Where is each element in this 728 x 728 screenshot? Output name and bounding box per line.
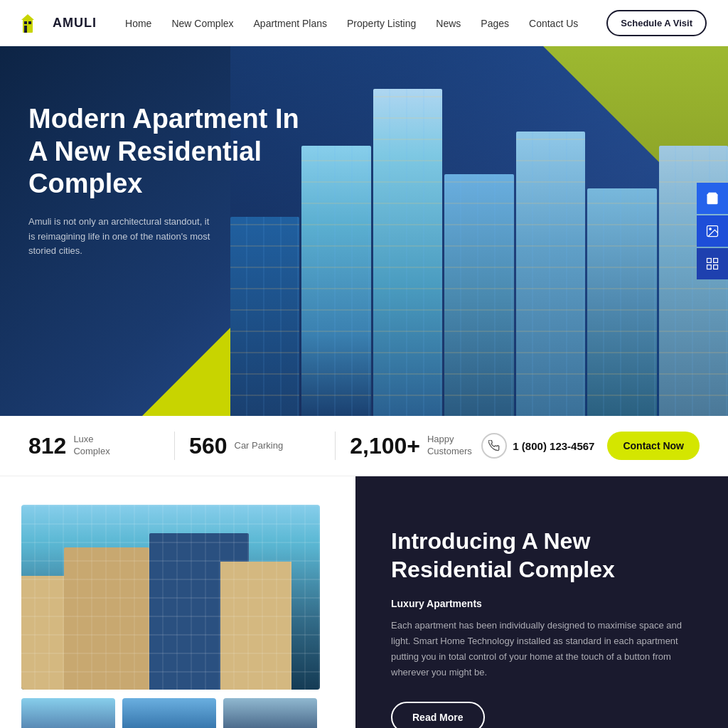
building-windows xyxy=(21,505,320,690)
lower-right: Introducing A New Residential Complex Lu… xyxy=(355,476,728,728)
stat-number-customers: 2,100+ xyxy=(350,433,420,459)
stats-bar: 812 Luxe Complex 560 Car Parking 2,100+ … xyxy=(0,416,728,476)
thumbnail-image-2[interactable] xyxy=(122,698,216,728)
side-layout-button[interactable] xyxy=(697,248,728,279)
nav-apartment-plans[interactable]: Apartment Plans xyxy=(254,18,328,29)
stat-number-luxe: 812 xyxy=(28,433,66,459)
stat-label-parking: Car Parking xyxy=(235,440,284,452)
svg-rect-1 xyxy=(24,21,27,24)
svg-rect-10 xyxy=(707,265,712,269)
hero-title: Modern Apartment In A New Residential Co… xyxy=(28,103,313,200)
building-4 xyxy=(444,174,513,416)
stat-label-luxe: Luxe Complex xyxy=(73,434,123,458)
svg-rect-2 xyxy=(28,21,31,24)
nav-links: Home New Complex Apartment Plans Propert… xyxy=(125,17,578,30)
stat-luxe-complex: 812 Luxe Complex xyxy=(28,433,160,459)
svg-rect-9 xyxy=(714,259,718,263)
thumbnail-image-1[interactable] xyxy=(21,698,115,728)
phone-icon xyxy=(481,433,507,459)
lower-left xyxy=(0,476,355,728)
building-6 xyxy=(587,188,656,416)
read-more-button[interactable]: Read More xyxy=(391,702,485,728)
phone-wrapper: 1 (800) 123-4567 xyxy=(481,433,594,459)
svg-rect-8 xyxy=(707,259,712,263)
svg-point-7 xyxy=(710,228,712,230)
hero-subtitle: Amuli is not only an architectural stand… xyxy=(28,215,213,259)
stat-number-parking: 560 xyxy=(189,433,227,459)
nav-property-listing[interactable]: Property Listing xyxy=(347,18,416,29)
logo[interactable]: AMULI xyxy=(21,13,97,34)
svg-rect-3 xyxy=(24,26,27,33)
building-5 xyxy=(516,132,585,416)
hero-section: Modern Apartment In A New Residential Co… xyxy=(0,46,728,416)
nav-pages[interactable]: Pages xyxy=(481,18,509,29)
nav-new-complex[interactable]: New Complex xyxy=(171,18,233,29)
side-cart-button[interactable] xyxy=(697,183,728,214)
svg-rect-11 xyxy=(714,265,718,269)
navbar: AMULI Home New Complex Apartment Plans P… xyxy=(0,0,728,46)
lower-section: Introducing A New Residential Complex Lu… xyxy=(0,476,728,728)
svg-marker-4 xyxy=(21,14,34,20)
nav-contact-us[interactable]: Contact Us xyxy=(529,18,578,29)
contact-now-button[interactable]: Contact Now xyxy=(607,432,700,460)
intro-description: Each apartment has been individually des… xyxy=(391,618,692,680)
stat-divider-2 xyxy=(335,432,336,460)
stat-label-customers: Happy Customers xyxy=(427,434,477,458)
schedule-visit-button[interactable]: Schedule A Visit xyxy=(606,10,707,36)
stat-car-parking: 560 Car Parking xyxy=(189,433,321,459)
stat-divider-1 xyxy=(174,432,175,460)
phone-number: 1 (800) 123-4567 xyxy=(513,440,594,452)
hero-content: Modern Apartment In A New Residential Co… xyxy=(28,103,313,259)
nav-home[interactable]: Home xyxy=(125,18,151,29)
intro-title: Introducing A New Residential Complex xyxy=(391,527,692,584)
stat-happy-customers: 2,100+ Happy Customers xyxy=(350,433,481,459)
building-3 xyxy=(373,89,442,416)
contact-section: 1 (800) 123-4567 Contact Now xyxy=(481,432,700,460)
thumbnail-image-3[interactable] xyxy=(223,698,317,728)
logo-icon xyxy=(21,13,47,34)
luxury-label: Luxury Apartments xyxy=(391,598,692,609)
brand-name: AMULI xyxy=(53,16,97,31)
side-image-button[interactable] xyxy=(697,215,728,247)
building-main-image xyxy=(21,505,320,690)
thumbnail-row xyxy=(21,698,334,728)
nav-news[interactable]: News xyxy=(436,18,461,29)
side-actions xyxy=(697,183,728,279)
